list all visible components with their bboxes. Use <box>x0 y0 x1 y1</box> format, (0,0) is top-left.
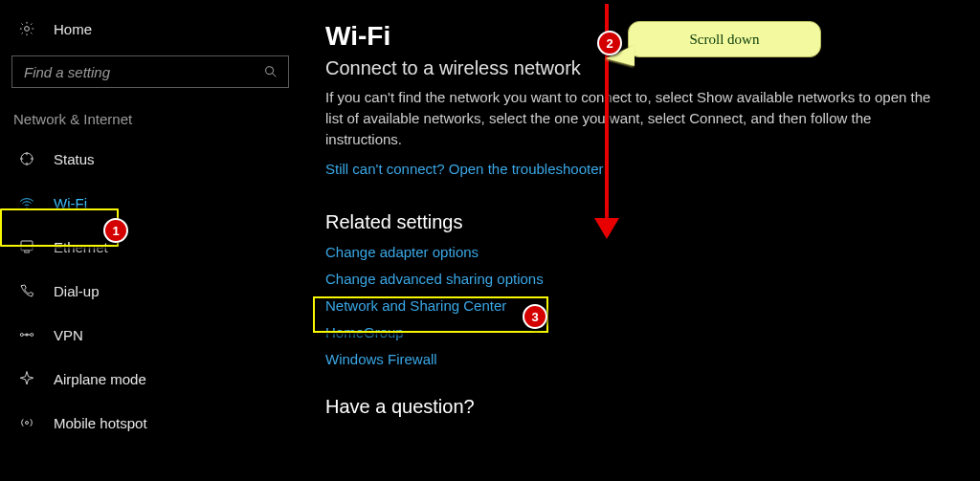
wifi-icon <box>17 193 36 212</box>
vpn-icon <box>17 325 36 344</box>
sidebar-item-airplane[interactable]: Airplane mode <box>11 357 297 401</box>
svg-point-12 <box>31 334 33 337</box>
dialup-icon <box>17 281 36 300</box>
annotation-callout: Scroll down <box>628 21 821 57</box>
link-windows-firewall[interactable]: Windows Firewall <box>325 351 957 367</box>
sidebar-item-dialup[interactable]: Dial-up <box>11 269 297 313</box>
section-title-question: Have a question? <box>325 396 957 418</box>
sidebar-item-label: VPN <box>54 327 83 343</box>
related-links: Change adapter options Change advanced s… <box>325 244 957 367</box>
annotation-badge-1: 1 <box>103 218 128 243</box>
search-icon <box>263 64 278 79</box>
link-network-sharing-center[interactable]: Network and Sharing Center <box>325 297 957 314</box>
status-icon <box>17 149 36 168</box>
svg-point-1 <box>266 67 274 75</box>
sidebar-item-label: Dial-up <box>54 283 100 299</box>
annotation-badge-3: 3 <box>523 304 547 329</box>
link-adapter-options[interactable]: Change adapter options <box>325 244 957 260</box>
svg-line-2 <box>273 74 277 77</box>
sidebar: Home Network & Internet Status Wi-Fi Eth… <box>0 0 297 481</box>
nav-home-label: Home <box>54 21 92 37</box>
annotation-badge-2: 2 <box>597 31 622 55</box>
ethernet-icon <box>17 237 36 256</box>
section-body-connect: If you can't find the network you want t… <box>325 87 947 149</box>
sidebar-item-status[interactable]: Status <box>11 137 297 181</box>
svg-rect-9 <box>21 241 33 251</box>
sidebar-item-label: Ethernet <box>54 239 108 255</box>
sidebar-item-label: Mobile hotspot <box>54 415 147 431</box>
sidebar-item-label: Wi-Fi <box>54 195 87 211</box>
sidebar-item-ethernet[interactable]: Ethernet <box>11 225 297 269</box>
search-input[interactable] <box>12 56 288 87</box>
link-troubleshooter[interactable]: Still can't connect? Open the troublesho… <box>325 161 604 177</box>
gear-icon <box>17 19 36 38</box>
hotspot-icon <box>17 413 36 432</box>
search-box[interactable] <box>11 55 289 88</box>
category-title: Network & Internet <box>11 109 297 137</box>
sidebar-item-label: Status <box>54 151 95 167</box>
svg-point-0 <box>25 27 30 32</box>
main-content: Wi-Fi Connect to a wireless network If y… <box>325 21 957 424</box>
sidebar-item-label: Airplane mode <box>54 371 146 387</box>
nav-home[interactable]: Home <box>11 10 297 55</box>
section-title-connect: Connect to a wireless network <box>325 57 957 79</box>
svg-rect-10 <box>25 251 30 252</box>
svg-point-15 <box>26 422 29 425</box>
link-advanced-sharing[interactable]: Change advanced sharing options <box>325 271 957 287</box>
svg-point-11 <box>20 334 23 337</box>
link-homegroup[interactable]: HomeGroup <box>325 324 957 340</box>
sidebar-item-hotspot[interactable]: Mobile hotspot <box>11 401 297 445</box>
sidebar-item-wifi[interactable]: Wi-Fi <box>11 181 297 225</box>
sidebar-item-vpn[interactable]: VPN <box>11 313 297 357</box>
svg-point-8 <box>26 208 28 209</box>
section-title-related: Related settings <box>325 211 957 233</box>
airplane-icon <box>17 369 36 388</box>
